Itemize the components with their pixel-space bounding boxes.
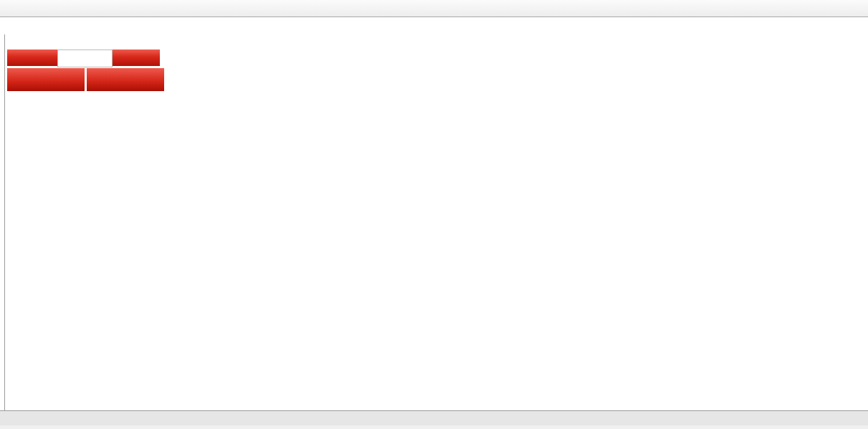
trading-platform-window <box>0 0 868 429</box>
volume-input[interactable] <box>57 50 113 67</box>
status-strip <box>0 425 868 429</box>
chart-tab-bar <box>0 410 868 426</box>
timeframe-toolbar <box>0 0 868 17</box>
buy-price-display[interactable] <box>87 68 164 91</box>
window-left-border <box>4 34 5 427</box>
buy-button[interactable] <box>127 50 160 67</box>
price-scale[interactable] <box>809 36 868 412</box>
chart-window <box>0 17 868 410</box>
sell-button[interactable] <box>7 50 43 67</box>
volume-increase-button[interactable] <box>113 50 127 67</box>
sell-price-display[interactable] <box>7 68 85 91</box>
volume-decrease-button[interactable] <box>43 50 57 67</box>
one-click-trade-panel <box>7 50 164 91</box>
chart-plot-area <box>6 36 809 412</box>
